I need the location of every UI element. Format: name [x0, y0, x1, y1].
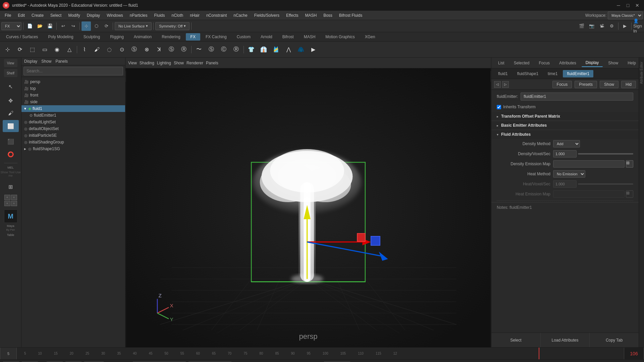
tree-item-lightset[interactable]: ◎ defaultLightSet: [21, 119, 125, 125]
attr-tab-show[interactable]: Show: [604, 59, 622, 67]
section-basic-emitter-header[interactable]: ▸ Basic Emitter Attributes: [491, 121, 639, 130]
outliner-display[interactable]: Display: [24, 59, 37, 64]
tab-motion[interactable]: Motion Graphics: [321, 33, 359, 41]
icon-paint[interactable]: 🖌: [91, 44, 103, 56]
density-emission-map-field[interactable]: [553, 160, 625, 168]
icon-s2[interactable]: Ⓢ: [165, 44, 177, 56]
view-toggle[interactable]: View: [4, 59, 17, 67]
scale-btn-tl[interactable]: +: [4, 195, 10, 200]
inherits-transform-checkbox[interactable]: [497, 105, 501, 109]
tree-item-particlese[interactable]: ◎ initialParticleSE: [21, 132, 125, 139]
live-surface-btn[interactable]: No Live Surface ▾: [115, 22, 152, 30]
section-fluid-attrs-header[interactable]: ▾ Fluid Attributes: [491, 130, 639, 139]
menu-windows[interactable]: Windows: [103, 12, 126, 19]
keyed-indicator[interactable]: ⬥: [106, 361, 115, 362]
density-voxel-slider[interactable]: [578, 153, 633, 155]
icon-play[interactable]: ▶: [307, 44, 319, 56]
close-button[interactable]: ✕: [633, 1, 641, 9]
icon-box[interactable]: ⬚: [26, 44, 38, 56]
menu-ncache[interactable]: nCache: [230, 12, 251, 19]
icon-rotate[interactable]: ⟳: [14, 44, 26, 56]
attr-tab-help[interactable]: Help: [624, 59, 640, 67]
focus-btn[interactable]: Focus: [552, 81, 572, 88]
search-input[interactable]: [23, 67, 123, 75]
heat-emission-map-swatch[interactable]: ⊞: [626, 190, 633, 198]
tree-item-front[interactable]: 🎥 front: [21, 92, 125, 99]
render-btn[interactable]: ⚙: [607, 21, 616, 31]
vp-shading[interactable]: Shading: [140, 61, 154, 65]
attr-next-btn[interactable]: ▷: [502, 81, 509, 88]
tab-mash[interactable]: MASH: [299, 33, 320, 41]
icon-cloth[interactable]: 👕: [245, 44, 257, 56]
icon-cloth2[interactable]: 👔: [258, 44, 270, 56]
tree-item-side[interactable]: 🎥 side: [21, 99, 125, 105]
icon-select[interactable]: ⊹: [1, 44, 13, 56]
emitter-name-input[interactable]: [521, 93, 633, 101]
timeline-ruler[interactable]: 5 10 15 20 25 30 35 40 45 50 55 60 65 70…: [17, 348, 624, 359]
redo-btn[interactable]: ↪: [68, 21, 78, 31]
vp-panels[interactable]: Panels: [206, 61, 218, 65]
tree-item-persp[interactable]: 🎥 persp: [21, 78, 125, 85]
section-transform-offset-header[interactable]: ▸ Transform Offset Parent Matrix: [491, 112, 639, 121]
icon-hair[interactable]: ⋀: [282, 44, 294, 56]
scale-btn-bl[interactable]: +: [4, 201, 10, 206]
icon-loop[interactable]: ⊙: [116, 44, 128, 56]
tab-bifrost[interactable]: Bifrost: [278, 33, 299, 41]
attr-tab-display[interactable]: Display: [582, 59, 603, 67]
tool-grid[interactable]: ⊞: [3, 181, 19, 193]
icon-s1[interactable]: Ⓢ: [128, 44, 140, 56]
scale-btn-tr[interactable]: +: [11, 195, 17, 200]
tab-xgen[interactable]: XGen: [360, 33, 380, 41]
menu-display[interactable]: Display: [84, 12, 103, 19]
select-tool-btn[interactable]: ⊹: [82, 21, 91, 31]
icon-cone[interactable]: △: [63, 44, 75, 56]
scale-btn-br[interactable]: +: [11, 201, 17, 206]
menu-edit[interactable]: Edit: [14, 12, 28, 19]
load-attrs-footer-btn[interactable]: Load Attributes: [541, 333, 590, 347]
tab-custom[interactable]: Custom: [232, 33, 255, 41]
select-footer-btn[interactable]: Select: [491, 333, 541, 347]
mode-dropdown[interactable]: FX: [1, 22, 21, 30]
outliner-panels[interactable]: Panels: [55, 59, 68, 64]
tool-pan[interactable]: ✥: [3, 95, 19, 107]
window-controls[interactable]: ─ □ ✕: [614, 1, 641, 9]
node-tab-fluidshape1[interactable]: fluidShape1: [513, 70, 542, 77]
inherits-transform-label[interactable]: Inherits Transform: [497, 105, 633, 109]
tool-marquee[interactable]: ⬛: [3, 135, 19, 147]
tree-item-fluid1[interactable]: ▾ ◈ fluid1: [21, 105, 125, 112]
menu-ncloth[interactable]: nCloth: [168, 12, 187, 19]
icon-sphere[interactable]: ◉: [51, 44, 63, 56]
menu-select[interactable]: Select: [47, 12, 65, 19]
tab-arnold[interactable]: Arnold: [256, 33, 277, 41]
heat-method-dropdown[interactable]: No Emission Add: [553, 170, 585, 178]
menu-mash[interactable]: MASH: [302, 12, 320, 19]
tree-item-fluidemitter1[interactable]: ⊙ fluidEmitter1: [21, 112, 125, 119]
icon-y1[interactable]: ꓘ: [153, 44, 165, 56]
camera-btn3[interactable]: 📽: [597, 21, 606, 31]
tab-sculpting[interactable]: Sculpting: [79, 33, 105, 41]
tab-rendering[interactable]: Rendering: [157, 33, 185, 41]
undo-btn[interactable]: ↩: [58, 21, 68, 31]
menu-nhair[interactable]: nHair: [186, 12, 203, 19]
attr-prev-btn[interactable]: ◁: [494, 81, 501, 88]
heat-voxel-slider[interactable]: [578, 183, 633, 185]
tree-item-fluidshapesg[interactable]: ▸ ◎ fluidShape1SG: [21, 145, 125, 152]
playblast-btn[interactable]: ▶: [620, 21, 630, 31]
tool-lasso2[interactable]: ⭕: [3, 148, 19, 160]
vp-view[interactable]: View: [128, 61, 137, 65]
icon-curve[interactable]: ◌: [103, 44, 115, 56]
menu-boss[interactable]: Boss: [320, 12, 336, 19]
tab-poly[interactable]: Poly Modeling: [43, 33, 78, 41]
menu-nparticles[interactable]: nParticles: [126, 12, 151, 19]
node-tab-fluid1[interactable]: fluid1: [494, 70, 512, 77]
tree-item-top[interactable]: 🎥 top: [21, 85, 125, 92]
camera-btn1[interactable]: 🎬: [577, 21, 586, 31]
shelf-toggle[interactable]: Shelf: [4, 69, 17, 77]
tab-curves[interactable]: Curves / Surfaces: [1, 33, 43, 41]
attr-tab-attributes[interactable]: Attributes: [555, 59, 580, 67]
density-emission-map-swatch[interactable]: ⊞: [626, 160, 633, 168]
icon-s3[interactable]: Ⓢ: [205, 44, 217, 56]
transform-btn[interactable]: ⟳: [102, 21, 111, 31]
menu-create[interactable]: Create: [28, 12, 47, 19]
new-file-btn[interactable]: 📄: [25, 21, 35, 31]
